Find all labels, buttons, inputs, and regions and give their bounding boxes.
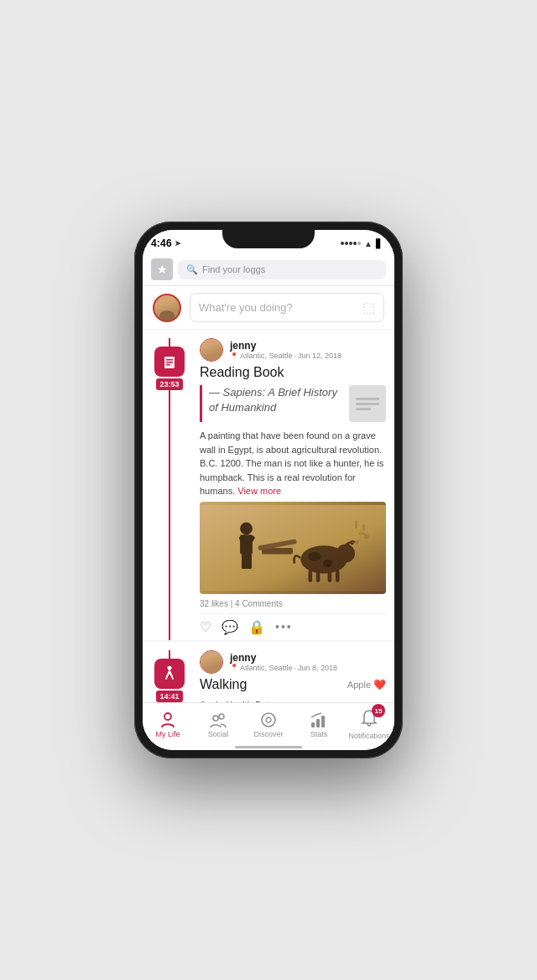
- svg-point-6: [240, 522, 253, 534]
- post1-stats: 32 likes | 4 Comments: [200, 599, 386, 608]
- lock-button[interactable]: 🔒: [248, 619, 265, 635]
- svg-rect-2: [166, 362, 173, 363]
- svg-rect-33: [311, 722, 315, 727]
- post2-user-info: jenny 📍 Atlantic, Seattle · Jun 8, 2018: [230, 652, 337, 672]
- notification-badge: 15: [372, 704, 385, 717]
- post2-header: jenny 📍 Atlantic, Seattle · Jun 8, 2018: [200, 650, 386, 674]
- location-pin-icon-2: 📍: [230, 664, 238, 671]
- svg-rect-19: [316, 570, 321, 581]
- book-thumbnail: [349, 385, 386, 422]
- svg-point-32: [266, 717, 271, 722]
- battery-icon: ▋: [376, 239, 383, 248]
- nav-stats[interactable]: Stats: [294, 703, 344, 746]
- svg-point-27: [168, 666, 172, 670]
- like-button[interactable]: ♡: [200, 619, 211, 635]
- svg-point-29: [213, 716, 218, 721]
- home-indicator: [143, 746, 394, 750]
- book-quote: — Sapiens: A Brief History of Humankind: [200, 385, 386, 422]
- timeline-icon-wrap-2: 14:41: [154, 659, 185, 702]
- svg-rect-26: [355, 540, 359, 544]
- post1-header: jenny 📍 Atlantic, Seattle · Jun 12, 2018: [200, 338, 386, 362]
- svg-point-31: [262, 713, 275, 727]
- post1-user-info: jenny 📍 Atlantic, Seattle · Jun 12, 2018: [230, 340, 341, 360]
- nav-notifications[interactable]: 15 Notifications: [344, 703, 394, 746]
- post2-avatar: [200, 650, 223, 674]
- svg-point-17: [323, 559, 332, 566]
- post-input-box[interactable]: What're you doing? ⬚: [190, 293, 384, 322]
- reading-icon: [154, 347, 185, 377]
- svg-rect-20: [328, 570, 332, 581]
- nav-my-life-label: My Life: [155, 730, 180, 738]
- timeline-left-2: 14:41: [143, 642, 196, 703]
- svg-rect-34: [316, 719, 320, 727]
- post1-body: A painting that have been found on a gra…: [200, 429, 386, 498]
- svg-point-16: [309, 551, 321, 560]
- nav-discover-label: Discover: [253, 730, 283, 738]
- svg-rect-11: [247, 553, 252, 569]
- svg-rect-1: [166, 359, 173, 361]
- svg-rect-35: [321, 716, 325, 727]
- post1-title: Reading Book: [200, 365, 386, 380]
- svg-rect-3: [166, 364, 170, 366]
- svg-rect-24: [359, 532, 365, 534]
- bottom-nav: My Life Social Discove: [143, 702, 394, 746]
- post2-content: jenny 📍 Atlantic, Seattle · Jun 8, 2018: [196, 642, 394, 703]
- post1-location: 📍 Atlantic, Seattle · Jun 12, 2018: [230, 352, 341, 360]
- status-icons: ▲ ▋: [341, 239, 383, 248]
- post2-time: 14:41: [156, 691, 182, 702]
- post2-title: Walking: [200, 677, 247, 692]
- image-attach-icon[interactable]: ⬚: [362, 300, 375, 315]
- feed-scroll-area: What're you doing? ⬚: [143, 286, 394, 702]
- post1-actions: ♡ 💬 🔒 •••: [200, 613, 386, 640]
- signal-icon: [341, 242, 361, 245]
- apple-health-badge: Apple ❤️: [347, 679, 386, 691]
- star-icon: ★: [157, 263, 168, 276]
- search-box[interactable]: 🔍 Find your loggs: [178, 260, 386, 279]
- notification-icon-wrap: 15: [360, 709, 378, 731]
- svg-point-25: [364, 534, 369, 539]
- search-icon: 🔍: [186, 264, 198, 275]
- nav-social[interactable]: Social: [193, 703, 243, 746]
- location-arrow-icon: ➤: [175, 239, 181, 248]
- svg-rect-21: [336, 570, 340, 581]
- post1-image: [200, 502, 386, 594]
- more-button[interactable]: •••: [275, 620, 293, 633]
- post-reading-book: 23:53 jenny: [143, 330, 394, 640]
- svg-rect-5: [200, 505, 386, 591]
- post-placeholder: What're you doing?: [199, 301, 293, 314]
- discover-icon: [259, 711, 278, 729]
- nav-my-life[interactable]: My Life: [143, 703, 193, 746]
- wifi-icon: ▲: [364, 239, 373, 248]
- post2-username: jenny: [230, 652, 337, 664]
- book-title: — Sapiens: A Brief History of Humankind: [209, 385, 342, 415]
- svg-point-30: [219, 714, 224, 719]
- svg-point-28: [164, 713, 171, 720]
- post-walking: 14:41 jenny: [143, 642, 394, 703]
- walking-icon: [154, 659, 185, 689]
- timeline-left-1: 23:53: [143, 330, 196, 640]
- my-life-icon: [159, 711, 177, 729]
- location-pin-icon: 📍: [230, 352, 238, 360]
- svg-rect-23: [362, 524, 365, 530]
- post-input-row: What're you doing? ⬚: [143, 286, 394, 329]
- post1-content: jenny 📍 Atlantic, Seattle · Jun 12, 2018: [196, 330, 394, 640]
- stats-icon: [310, 711, 328, 729]
- svg-rect-22: [355, 520, 357, 528]
- status-time: 4:46: [151, 237, 172, 249]
- svg-rect-10: [242, 553, 247, 569]
- post1-avatar: [200, 338, 223, 362]
- nav-stats-label: Stats: [310, 730, 328, 738]
- timeline-icon-wrap-1: 23:53: [154, 347, 185, 390]
- view-more-link[interactable]: View more: [237, 486, 281, 496]
- nav-social-label: Social: [208, 730, 229, 738]
- current-user-avatar: [153, 294, 181, 322]
- heart-icon: ❤️: [373, 679, 386, 691]
- svg-rect-18: [309, 570, 313, 581]
- favorites-button[interactable]: ★: [151, 258, 173, 280]
- social-icon: [209, 711, 227, 729]
- nav-discover[interactable]: Discover: [243, 703, 294, 746]
- post1-username: jenny: [230, 340, 341, 352]
- search-bar: ★ 🔍 Find your loggs: [143, 253, 394, 286]
- svg-point-15: [336, 544, 355, 562]
- comment-button[interactable]: 💬: [222, 619, 238, 635]
